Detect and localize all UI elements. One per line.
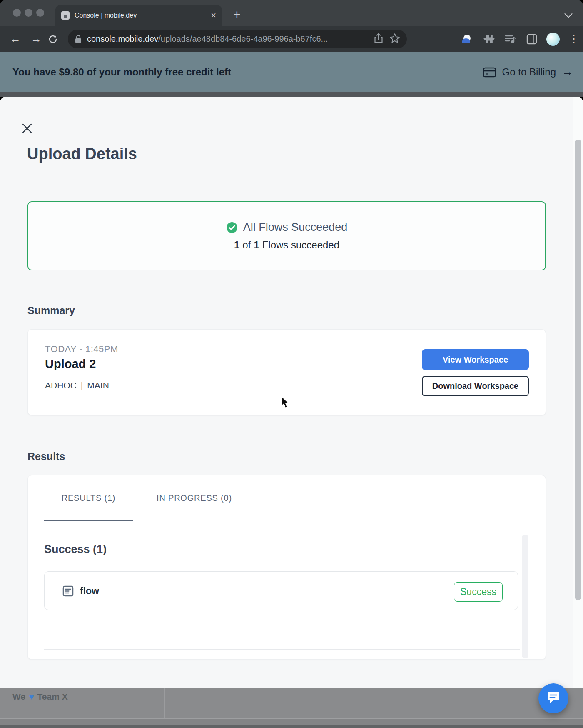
results-section-label: Results (27, 450, 65, 463)
window-zoom-button[interactable] (36, 9, 44, 17)
upload-name: Upload 2 (45, 357, 96, 371)
credit-banner: You have $9.80 of your monthly free cred… (0, 52, 583, 92)
footer-lower-band (0, 719, 583, 725)
modal-close-icon[interactable] (22, 123, 32, 134)
download-workspace-button[interactable]: Download Workspace (422, 376, 529, 396)
reload-button[interactable] (47, 34, 58, 46)
status-headline: All Flows Succeeded (243, 221, 348, 234)
team-caption: We ♥ Team X (12, 692, 68, 702)
browser-window: Console | mobile.dev × + ← → console.mob… (0, 0, 583, 728)
dimmed-page-strip (0, 92, 583, 97)
profile-avatar[interactable] (546, 33, 560, 46)
team-caption-prefix: We (12, 692, 25, 702)
go-to-billing-label: Go to Billing (502, 66, 556, 78)
upload-meta-type: ADHOC (45, 380, 77, 390)
lock-icon (75, 34, 82, 44)
back-button[interactable]: ← (10, 33, 21, 44)
results-divider (44, 649, 520, 650)
tab-favicon-icon (61, 11, 70, 20)
upload-timestamp: TODAY - 1:45PM (45, 344, 118, 355)
active-tab-underline (44, 520, 133, 521)
status-detail: 1 of 1 Flows succeeded (234, 239, 339, 251)
results-inner-scrollbar[interactable] (522, 535, 528, 658)
flow-result-row[interactable]: flow Success (44, 571, 518, 610)
modal-title: Upload Details (27, 145, 137, 163)
browser-toolbar: ← → console.mobile.dev/uploads/ae48db84-… (0, 26, 583, 52)
credit-card-icon (483, 66, 496, 78)
success-group-heading: Success (1) (44, 543, 107, 556)
upload-meta-branch: MAIN (87, 380, 109, 390)
credit-banner-message: You have $9.80 of your monthly free cred… (12, 52, 231, 92)
flow-document-icon (62, 585, 74, 598)
browser-menu-kebab-icon[interactable]: ⋮ (569, 34, 579, 44)
summary-card: TODAY - 1:45PM Upload 2 ADHOC | MAIN Vie… (27, 329, 546, 415)
chat-widget-button[interactable] (538, 683, 568, 713)
url-host: console.mobile.dev (87, 34, 158, 43)
media-playlist-icon[interactable] (505, 34, 516, 46)
summary-section-label: Summary (27, 305, 75, 317)
footer-column-divider (164, 688, 165, 718)
screen: Console | mobile.dev × + ← → console.mob… (0, 0, 583, 728)
view-workspace-button[interactable]: View Workspace (422, 349, 529, 370)
tab-close-icon[interactable]: × (211, 11, 216, 20)
new-tab-button[interactable]: + (233, 8, 241, 21)
go-to-billing-link[interactable]: Go to Billing → (483, 52, 573, 92)
results-card: RESULTS (1) IN PROGRESS (0) Success (1) … (27, 475, 546, 660)
address-bar[interactable]: console.mobile.dev/uploads/ae48db84-6de6… (68, 30, 407, 48)
flow-name: flow (80, 572, 99, 610)
url-path: /uploads/ae48db84-6de6-4a96-996a-b67fc6.… (158, 34, 328, 43)
tab-title: Console | mobile.dev (75, 12, 207, 19)
window-minimize-button[interactable] (25, 9, 32, 17)
share-icon[interactable] (374, 33, 384, 45)
tab-strip: Console | mobile.dev × + (0, 0, 583, 26)
all-flows-status-box: All Flows Succeeded 1 of 1 Flows succeed… (27, 201, 546, 270)
extensions-puzzle-icon[interactable] (483, 33, 495, 47)
chat-icon (546, 691, 561, 705)
side-panel-icon[interactable] (526, 34, 537, 46)
tab-results[interactable]: RESULTS (1) (44, 490, 133, 506)
tab-in-progress[interactable]: IN PROGRESS (0) (143, 490, 245, 506)
footer-bottom-strip (0, 725, 583, 728)
success-check-icon (226, 222, 238, 233)
flow-status-badge[interactable]: Success (454, 582, 503, 602)
team-caption-suffix: Team X (37, 692, 68, 702)
url-text: console.mobile.dev/uploads/ae48db84-6de6… (87, 34, 369, 44)
modal-scrollbar-track[interactable] (573, 97, 583, 688)
browser-tab[interactable]: Console | mobile.dev × (55, 5, 222, 26)
window-close-button[interactable] (13, 9, 21, 17)
arrow-right-icon: → (562, 65, 573, 78)
bookmark-star-icon[interactable] (389, 33, 400, 45)
upload-details-modal: Upload Details All Flows Succeeded 1 of … (0, 97, 583, 688)
tab-search-chevron-icon[interactable] (564, 10, 573, 18)
dimmed-page-footer: We ♥ Team X (0, 688, 583, 728)
heart-icon: ♥ (29, 692, 34, 702)
forward-button[interactable]: → (31, 33, 42, 44)
upload-meta: ADHOC | MAIN (45, 380, 109, 390)
modal-scrollbar-thumb[interactable] (575, 140, 581, 600)
meta-divider: | (81, 380, 83, 390)
